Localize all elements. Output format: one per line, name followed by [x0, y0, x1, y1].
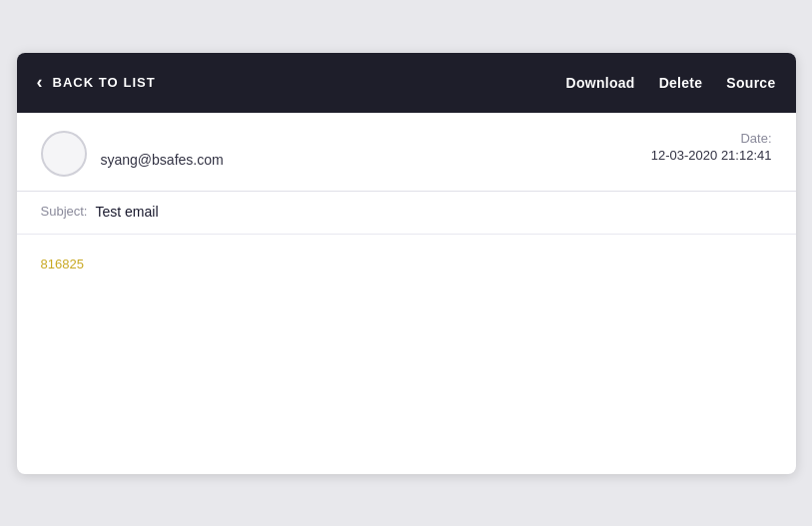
source-button[interactable]: Source	[726, 75, 775, 91]
subject-label: Subject:	[41, 204, 88, 219]
back-to-list-button[interactable]: BACK TO LIST	[53, 75, 156, 90]
toolbar-left: ‹ BACK TO LIST	[37, 72, 156, 93]
sender-row: syang@bsafes.com Date: 12-03-2020 21:12:…	[41, 131, 772, 177]
sender-email: syang@bsafes.com	[101, 152, 224, 168]
subject-row: Subject: Test email	[17, 192, 796, 235]
avatar	[41, 131, 87, 177]
date-value: 12-03-2020 21:12:41	[651, 148, 772, 163]
sender-left: syang@bsafes.com	[41, 131, 224, 177]
download-button[interactable]: Download	[566, 75, 635, 91]
email-body: 816825	[17, 235, 796, 474]
subject-value: Test email	[95, 204, 158, 220]
toolbar: ‹ BACK TO LIST Download Delete Source	[17, 53, 796, 113]
email-window: ‹ BACK TO LIST Download Delete Source sy…	[17, 53, 796, 474]
date-section: Date: 12-03-2020 21:12:41	[651, 131, 772, 163]
back-chevron-icon[interactable]: ‹	[37, 72, 43, 93]
body-text: 816825	[41, 257, 84, 271]
email-header: syang@bsafes.com Date: 12-03-2020 21:12:…	[17, 113, 796, 192]
date-label: Date:	[651, 131, 772, 146]
toolbar-right: Download Delete Source	[566, 75, 776, 91]
delete-button[interactable]: Delete	[659, 75, 703, 91]
